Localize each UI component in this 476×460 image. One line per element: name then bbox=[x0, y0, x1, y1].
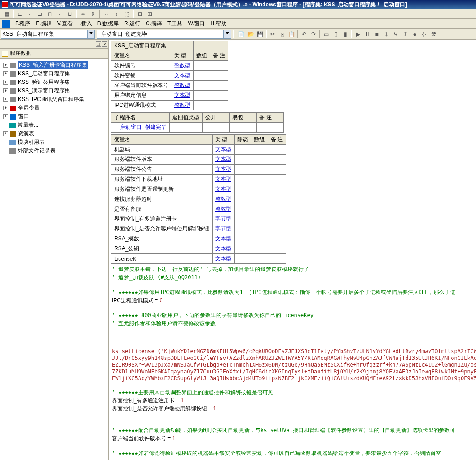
pause-icon[interactable]: ⏸ bbox=[363, 30, 372, 38]
align-center-v-icon[interactable]: ⫠ bbox=[55, 10, 64, 18]
expand-icon[interactable]: + bbox=[3, 97, 8, 102]
align-center-h-icon[interactable]: ⫟ bbox=[25, 10, 34, 18]
menu-C.编译[interactable]: C.编译 bbox=[143, 19, 165, 28]
table-row[interactable]: 界面控制_是否允许客户端使用解绑按钮字节型 bbox=[111, 224, 286, 234]
run-icon[interactable]: ▶ bbox=[353, 30, 362, 38]
table-row[interactable]: 服务端软件公告文本型 bbox=[111, 165, 286, 175]
expand-icon[interactable]: + bbox=[3, 88, 8, 93]
table-row[interactable]: LicenseK文本型 bbox=[111, 254, 286, 264]
align-left-icon[interactable]: ⊏ bbox=[15, 10, 24, 18]
sub-combo[interactable]: _启动窗口_创建完毕 bbox=[97, 30, 231, 39]
tree-node[interactable]: +KSS_输入注册卡窗口程序集 bbox=[1, 61, 107, 69]
tree-node[interactable]: +KSS_验证公用程序集 bbox=[1, 78, 107, 87]
chevron-down-icon[interactable] bbox=[223, 30, 231, 38]
type-link[interactable]: 文本型 bbox=[215, 255, 231, 262]
table-row[interactable]: __启动窗口_创建完毕 bbox=[111, 123, 284, 133]
type-link[interactable]: 文本型 bbox=[174, 92, 190, 98]
table-row[interactable]: 软件编号整数型 bbox=[111, 61, 228, 71]
tree-node[interactable]: +全局变量 bbox=[1, 104, 107, 112]
step-out-icon[interactable]: ⤴ bbox=[401, 30, 410, 38]
tree-node[interactable]: 常量表... bbox=[1, 121, 107, 129]
window-3-icon[interactable]: ▮ bbox=[341, 30, 350, 38]
table-row[interactable]: IPC进程通讯模式整数型 bbox=[111, 101, 228, 110]
project-tree[interactable]: +KSS_输入注册卡窗口程序集+KSS_启动窗口程序集+KSS_验证公用程序集+… bbox=[0, 59, 108, 460]
tree-node[interactable]: 外部文件记录表 bbox=[1, 147, 107, 155]
code-editor[interactable]: KSS_启动窗口程序集变量名类 型数组备 注软件编号整数型软件密钥文本型客户端当… bbox=[109, 40, 476, 460]
panel-close-icon[interactable]: × bbox=[102, 41, 107, 47]
type-link[interactable]: 文本型 bbox=[215, 166, 231, 172]
type-link[interactable]: 文本型 bbox=[215, 146, 231, 152]
tree-node[interactable]: +窗口 bbox=[1, 112, 107, 121]
table-row[interactable]: 机器码文本型 bbox=[111, 145, 286, 155]
expand-icon[interactable]: + bbox=[3, 106, 8, 110]
menu-B.数据库[interactable]: B.数据库 bbox=[95, 19, 121, 28]
type-link[interactable]: 整数型 bbox=[215, 196, 231, 202]
type-link[interactable]: 整数型 bbox=[174, 82, 190, 88]
expand-icon[interactable]: + bbox=[3, 80, 8, 85]
sub-link[interactable]: __启动窗口_创建完毕 bbox=[114, 124, 166, 130]
assembly-combo[interactable]: KSS_启动窗口程序集 bbox=[1, 30, 95, 39]
type-link[interactable]: 文本型 bbox=[215, 235, 231, 242]
type-link[interactable]: 整数型 bbox=[174, 62, 190, 69]
menu-V.查看[interactable]: V.查看 bbox=[55, 19, 75, 28]
step-over-icon[interactable]: ⤵ bbox=[382, 30, 391, 38]
table-row[interactable]: RSA_公钥文本型 bbox=[111, 244, 286, 254]
type-link[interactable]: 整数型 bbox=[174, 102, 190, 108]
same-size-icon[interactable]: ⬚ bbox=[122, 10, 131, 18]
table-row[interactable]: 服务端软件下载地址文本型 bbox=[111, 175, 286, 184]
tree-node[interactable]: +资源表 bbox=[1, 129, 107, 138]
menu-R.运行[interactable]: R.运行 bbox=[121, 19, 143, 28]
tree-node[interactable]: +KSS_IPC通讯父窗口程序集 bbox=[1, 95, 107, 104]
expand-icon[interactable]: + bbox=[3, 71, 8, 76]
table-row[interactable]: RSA_模数文本型 bbox=[111, 234, 286, 244]
menu-T.工具[interactable]: T.工具 bbox=[165, 19, 185, 28]
table-row[interactable]: 连接服务器超时整数型 bbox=[111, 194, 286, 204]
table-row[interactable]: 界面控制_有多通道注册卡字节型 bbox=[111, 214, 286, 224]
type-link[interactable]: 文本型 bbox=[215, 176, 231, 182]
breakpoint-icon[interactable]: ● bbox=[410, 30, 419, 38]
stop-icon[interactable]: ■ bbox=[372, 30, 381, 38]
type-link[interactable]: 文本型 bbox=[215, 186, 231, 192]
menu-W.窗口[interactable]: W.窗口 bbox=[185, 19, 208, 28]
same-h-icon[interactable]: ↕ bbox=[112, 10, 121, 18]
tree-node[interactable]: +KSS_启动窗口程序集 bbox=[1, 69, 107, 78]
layout-btn-1[interactable]: ▦ bbox=[2, 10, 11, 18]
step-into-icon[interactable]: ⤷ bbox=[391, 30, 400, 38]
panel-pin-icon[interactable]: □ bbox=[96, 41, 101, 47]
menu-H.帮助[interactable]: H.帮助 bbox=[208, 19, 229, 28]
expand-icon[interactable]: + bbox=[3, 114, 8, 119]
menu-F.程序[interactable]: F.程序 bbox=[13, 19, 33, 28]
center-h-icon[interactable]: ⊡ bbox=[135, 10, 144, 18]
center-v-icon[interactable]: ⊞ bbox=[145, 10, 154, 18]
braces-icon[interactable]: {} bbox=[420, 30, 429, 38]
expand-icon[interactable]: + bbox=[3, 63, 8, 68]
type-link[interactable]: 字节型 bbox=[215, 216, 231, 222]
same-w-icon[interactable]: ↔ bbox=[102, 10, 111, 18]
save-icon[interactable]: 💾 bbox=[255, 30, 264, 38]
chevron-down-icon[interactable] bbox=[87, 30, 94, 38]
table-row[interactable]: 服务端软件是否强制更新文本型 bbox=[111, 184, 286, 194]
dist-h-icon[interactable]: ⇔ bbox=[79, 10, 88, 18]
align-bottom-icon[interactable]: ⊔ bbox=[65, 10, 74, 18]
type-link[interactable]: 字节型 bbox=[215, 225, 231, 232]
compile-icon[interactable]: ⚒ bbox=[429, 30, 438, 38]
type-link[interactable]: 文本型 bbox=[174, 72, 190, 78]
type-link[interactable]: 文本型 bbox=[215, 156, 231, 162]
tree-node[interactable]: +KSS_演示窗口程序集 bbox=[1, 87, 107, 95]
dist-v-icon[interactable]: ⇕ bbox=[88, 10, 97, 18]
cut-icon[interactable]: ✂ bbox=[268, 30, 277, 38]
table-row[interactable]: 用户绑定信息文本型 bbox=[111, 91, 228, 101]
menu-I.插入[interactable]: I.插入 bbox=[75, 19, 95, 28]
copy-icon[interactable]: ⎘ bbox=[277, 30, 287, 38]
table-row[interactable]: 客户端当前软件版本号整数型 bbox=[111, 81, 228, 91]
undo-icon[interactable]: ↶ bbox=[300, 30, 309, 38]
tree-node[interactable]: 模块引用表 bbox=[1, 138, 107, 147]
table-row[interactable]: 软件密钥文本型 bbox=[111, 71, 228, 81]
table-row[interactable]: 是否有备服整数型 bbox=[111, 204, 286, 214]
align-right-icon[interactable]: ⊐ bbox=[35, 10, 44, 18]
window-2-icon[interactable]: ▯ bbox=[331, 30, 340, 38]
menu-E.编辑[interactable]: E.编辑 bbox=[33, 19, 54, 28]
table-row[interactable]: 服务端软件版本文本型 bbox=[111, 155, 286, 165]
open-icon[interactable]: 📂 bbox=[246, 30, 255, 38]
paste-icon[interactable]: 📋 bbox=[287, 30, 296, 38]
